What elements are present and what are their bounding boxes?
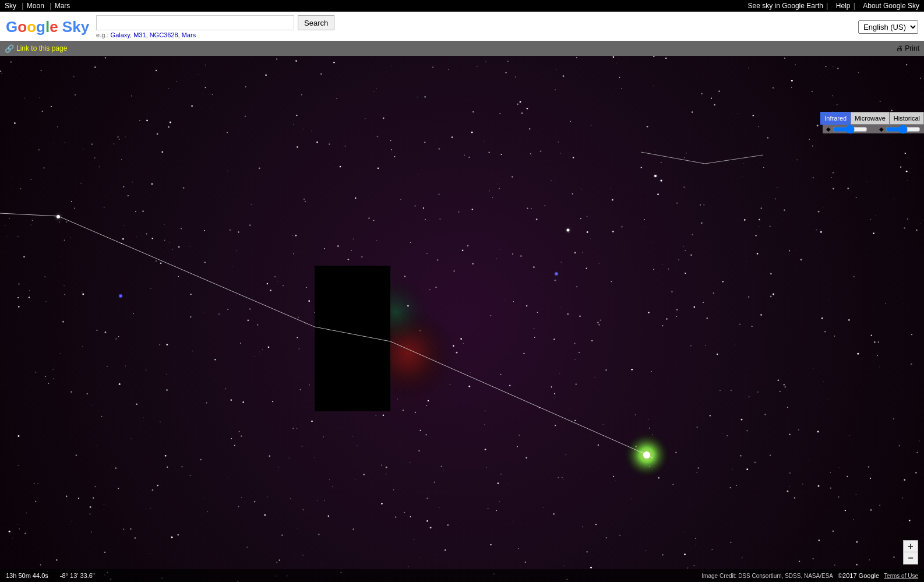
search-input-area: Search e.g.: Galaxy, M31, NGC3628, Mars xyxy=(96,15,334,38)
lang-select-container: English (US) Deutsch Español Français 日本… xyxy=(858,20,918,34)
logo-container: Google Sky xyxy=(6,18,89,36)
slider-icon1: ◆ xyxy=(826,126,831,132)
tab-sliders: ◆ ◆ xyxy=(823,125,924,133)
search-button[interactable]: Search xyxy=(298,15,334,30)
historical-slider-container: ◆ xyxy=(879,126,921,132)
dec-display: -8° 13' 33.6" xyxy=(60,572,95,579)
infrared-slider-container: ◆ xyxy=(826,126,867,132)
zoom-in-button[interactable]: + xyxy=(904,541,918,552)
nav-sep1: | xyxy=(22,2,23,10)
sky-canvas xyxy=(0,56,924,582)
logo-e: e xyxy=(50,18,58,36)
nav-sky[interactable]: Sky xyxy=(5,2,16,10)
copyright: ©2017 Google xyxy=(838,572,879,579)
nav-mars[interactable]: Mars xyxy=(55,2,70,10)
image-credits: Image Credit: DSS Consortium, SDSS, NASA… xyxy=(701,573,833,579)
coordinates: 13h 50m 44.0s -8° 13' 33.6" xyxy=(6,572,95,579)
link-icon: 🔗 xyxy=(5,44,14,53)
search-input-row: Search xyxy=(96,15,334,30)
slider-icon2: ◆ xyxy=(879,126,884,132)
logo-text: Google Sky xyxy=(6,18,89,36)
historical-slider[interactable] xyxy=(886,126,921,132)
search-bar: Google Sky Search e.g.: Galaxy, M31, NGC… xyxy=(0,12,924,41)
link-to-page[interactable]: 🔗 Link to this page xyxy=(5,44,67,53)
language-select[interactable]: English (US) Deutsch Español Français 日本… xyxy=(858,20,918,34)
zoom-out-button[interactable]: − xyxy=(904,552,918,564)
nav-sep3: | xyxy=(826,2,828,10)
example-mars[interactable]: Mars xyxy=(182,31,196,38)
examples-prefix: e.g.: xyxy=(96,31,108,38)
print-label: Print xyxy=(905,44,919,52)
tab-historical[interactable]: Historical xyxy=(890,112,924,125)
link-label: Link to this page xyxy=(16,44,67,52)
nav-see-sky[interactable]: See sky in Google Earth xyxy=(748,2,823,10)
sky-tabs: Infrared Microwave Historical xyxy=(820,112,924,125)
nav-moon[interactable]: Moon xyxy=(27,2,44,10)
toolbar: 🔗 Link to this page 🖨 Print xyxy=(0,41,924,56)
tab-infrared[interactable]: Infrared xyxy=(820,112,851,125)
nav-help[interactable]: Help xyxy=(836,2,851,10)
nav-sep2: | xyxy=(50,2,51,10)
infrared-slider[interactable] xyxy=(833,126,867,132)
example-m31[interactable]: M31 xyxy=(133,31,146,38)
status-bar: 13h 50m 44.0s -8° 13' 33.6" Image Credit… xyxy=(0,569,924,582)
logo-o2: o xyxy=(27,18,36,36)
top-nav: Sky | Moon | Mars See sky in Google Eart… xyxy=(0,0,924,12)
print-icon: 🖨 xyxy=(896,44,903,52)
ra-display: 13h 50m 44.0s xyxy=(6,572,48,579)
logo-o1: o xyxy=(17,18,27,36)
status-right: Image Credit: DSS Consortium, SDSS, NASA… xyxy=(701,572,918,579)
missing-data-rect xyxy=(315,266,390,411)
map-container[interactable]: Infrared Microwave Historical ◆ ◆ + − 13… xyxy=(0,56,924,582)
nav-right: See sky in Google Earth | Help | About G… xyxy=(743,2,919,10)
logo-sky: Sky xyxy=(62,18,89,36)
search-input[interactable] xyxy=(96,15,294,30)
nav-about[interactable]: About Google Sky xyxy=(863,2,919,10)
example-galaxy[interactable]: Galaxy xyxy=(111,31,130,38)
zoom-controls: + − xyxy=(903,540,918,565)
terms-link[interactable]: Terms of Use xyxy=(884,573,918,579)
logo-g: G xyxy=(6,18,17,36)
example-ngc3628[interactable]: NGC3628 xyxy=(150,31,178,38)
search-examples: e.g.: Galaxy, M31, NGC3628, Mars xyxy=(96,31,334,38)
nav-sep4: | xyxy=(854,2,855,10)
tab-microwave[interactable]: Microwave xyxy=(851,112,890,125)
print-button[interactable]: 🖨 Print xyxy=(896,44,919,52)
nav-left: Sky | Moon | Mars xyxy=(5,2,72,10)
logo-g2: g xyxy=(36,18,45,36)
